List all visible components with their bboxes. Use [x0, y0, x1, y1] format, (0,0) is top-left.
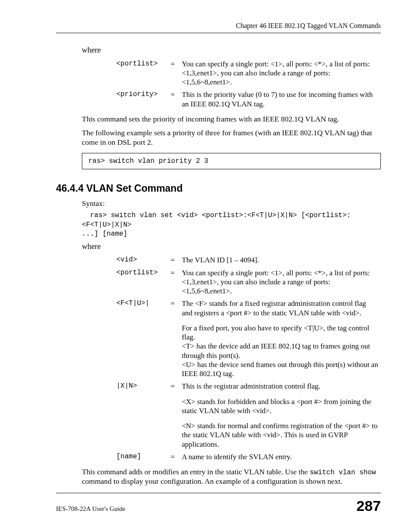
- param-eq: =: [171, 297, 182, 319]
- closing-post: command to display your configuration. A…: [82, 477, 342, 485]
- param-desc: <N> stands for normal and confirms regis…: [182, 417, 381, 451]
- body-paragraph: The following example sets a priority of…: [82, 128, 381, 147]
- table-row: <N> stands for normal and confirms regis…: [116, 417, 381, 451]
- param-desc: This is the priority value (0 to 7) to u…: [182, 88, 381, 110]
- param-desc: The <F> stands for a fixed registrar adm…: [182, 297, 381, 319]
- page-footer: IES-708-22A User's Guide 287: [56, 493, 381, 515]
- closing-pre: This command adds or modifies an entry i…: [82, 467, 310, 476]
- table-row: <portlist> = You can specify a single po…: [116, 58, 381, 89]
- table-row: <portlist> = You can specify a single po…: [116, 267, 381, 298]
- param-table-2: <vid> = The VLAN ID [1 – 4094]. <portlis…: [116, 254, 381, 463]
- param-name: |X|N>: [116, 380, 171, 392]
- table-row: For a fixed port, you also have to speci…: [116, 319, 381, 380]
- param-name: <F<T|U>|: [116, 297, 171, 319]
- param-desc: For a fixed port, you also have to speci…: [182, 319, 381, 380]
- where-label-2: where: [82, 242, 381, 252]
- param-desc: A name to identify the SVLAN entry.: [182, 451, 381, 463]
- guide-label: IES-708-22A User's Guide: [56, 505, 125, 513]
- param-eq: [171, 417, 182, 451]
- inline-code: switch vlan show: [310, 469, 376, 476]
- param-eq: =: [171, 380, 182, 392]
- param-name: <portlist>: [116, 58, 171, 89]
- param-desc: You can specify a single port: <1>, all …: [182, 58, 381, 89]
- param-name: [116, 417, 171, 451]
- param-eq: =: [171, 88, 182, 110]
- param-name: <portlist>: [116, 267, 171, 298]
- section-heading: 46.4.4 VLAN Set Command: [56, 182, 381, 195]
- param-name: [name]: [116, 451, 171, 463]
- param-desc: The VLAN ID [1 – 4094].: [182, 254, 381, 266]
- closing-paragraph: This command adds or modifies an entry i…: [82, 467, 381, 486]
- param-name: <priority>: [116, 88, 171, 110]
- param-name: <vid>: [116, 254, 171, 266]
- table-row: [name] = A name to identify the SVLAN en…: [116, 451, 381, 463]
- syntax-code: ras> switch vlan set <vid> <portlist>:<F…: [82, 211, 381, 239]
- table-row: <X> stands for forbidden and blocks a <p…: [116, 393, 381, 417]
- param-eq: =: [171, 451, 182, 463]
- param-table-1: <portlist> = You can specify a single po…: [116, 58, 381, 110]
- where-label-1: where: [82, 45, 381, 55]
- param-name: [116, 319, 171, 380]
- table-row: <priority> = This is the priority value …: [116, 88, 381, 110]
- body-paragraph: This command sets the priority of incomi…: [82, 115, 381, 124]
- page-number: 287: [356, 497, 381, 515]
- param-eq: =: [171, 267, 182, 298]
- footer-rule: [56, 493, 381, 493]
- param-eq: [171, 393, 182, 417]
- table-row: <F<T|U>| = The <F> stands for a fixed re…: [116, 297, 381, 319]
- param-name: [116, 393, 171, 417]
- param-eq: =: [171, 254, 182, 266]
- param-desc: <X> stands for forbidden and blocks a <p…: [182, 393, 381, 417]
- param-eq: [171, 319, 182, 380]
- param-desc: This is the registrar administration con…: [182, 380, 381, 392]
- table-row: <vid> = The VLAN ID [1 – 4094].: [116, 254, 381, 266]
- param-desc: You can specify a single port: <1>, all …: [182, 267, 381, 298]
- header-rule: [56, 33, 381, 33]
- table-row: |X|N> = This is the registrar administra…: [116, 380, 381, 392]
- param-eq: =: [171, 58, 182, 89]
- code-example-box: ras> switch vlan priority 2 3: [82, 153, 381, 169]
- syntax-label: Syntax:: [82, 199, 381, 208]
- chapter-header: Chapter 46 IEEE 802.1Q Tagged VLAN Comma…: [56, 22, 381, 30]
